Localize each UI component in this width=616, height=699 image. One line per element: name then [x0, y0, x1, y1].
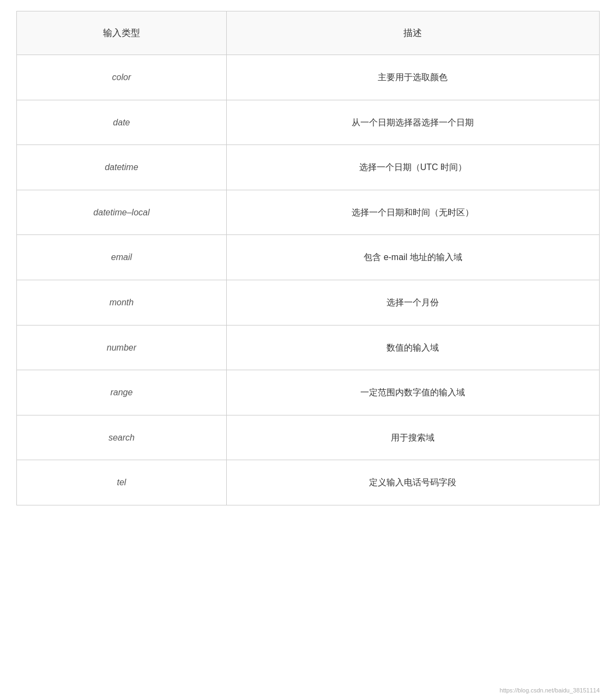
input-type-cell: range: [17, 370, 227, 415]
input-type-cell: color: [17, 55, 227, 100]
description-cell: 主要用于选取颜色: [226, 55, 599, 100]
input-types-table: 输入类型 描述 color主要用于选取颜色date从一个日期选择器选择一个日期d…: [16, 11, 600, 505]
description-cell: 定义输入电话号码字段: [226, 460, 599, 505]
input-type-cell: search: [17, 415, 227, 460]
input-type-cell: month: [17, 280, 227, 325]
input-type-cell: email: [17, 235, 227, 280]
description-cell: 用于搜索域: [226, 415, 599, 460]
header-description: 描述: [226, 11, 599, 55]
input-type-cell: tel: [17, 460, 227, 505]
description-cell: 选择一个月份: [226, 280, 599, 325]
input-type-cell: number: [17, 325, 227, 370]
table-row: email包含 e-mail 地址的输入域: [17, 235, 600, 280]
table-row: datetime–local选择一个日期和时间（无时区）: [17, 190, 600, 235]
table-row: range一定范围内数字值的输入域: [17, 370, 600, 415]
table-row: tel定义输入电话号码字段: [17, 460, 600, 505]
description-cell: 数值的输入域: [226, 325, 599, 370]
table-header-row: 输入类型 描述: [17, 11, 600, 55]
table-row: search用于搜索域: [17, 415, 600, 460]
table-row: number数值的输入域: [17, 325, 600, 370]
description-cell: 选择一个日期（UTC 时间）: [226, 145, 599, 190]
watermark: https://blog.csdn.net/baidu_38151114: [500, 687, 600, 694]
page-container: 输入类型 描述 color主要用于选取颜色date从一个日期选择器选择一个日期d…: [0, 0, 616, 699]
header-type: 输入类型: [17, 11, 227, 55]
table-row: month选择一个月份: [17, 280, 600, 325]
description-cell: 一定范围内数字值的输入域: [226, 370, 599, 415]
input-type-cell: datetime: [17, 145, 227, 190]
table-row: date从一个日期选择器选择一个日期: [17, 100, 600, 145]
description-cell: 从一个日期选择器选择一个日期: [226, 100, 599, 145]
description-cell: 选择一个日期和时间（无时区）: [226, 190, 599, 235]
table-row: datetime选择一个日期（UTC 时间）: [17, 145, 600, 190]
table-row: color主要用于选取颜色: [17, 55, 600, 100]
input-type-cell: date: [17, 100, 227, 145]
description-cell: 包含 e-mail 地址的输入域: [226, 235, 599, 280]
input-type-cell: datetime–local: [17, 190, 227, 235]
